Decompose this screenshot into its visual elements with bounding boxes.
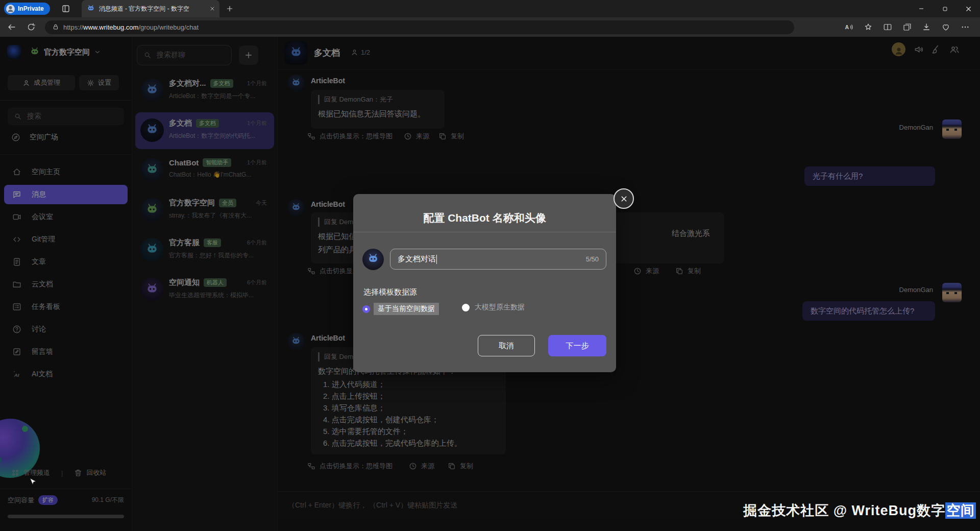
- cancel-button[interactable]: 取消: [478, 335, 535, 356]
- address-bar[interactable]: https://www.writebug.com/group/writebug/…: [45, 20, 794, 34]
- watermark-text: 掘金技术社区 @ WriteBug数字: [743, 503, 945, 518]
- radio-option-model-data[interactable]: 大模型原生数据: [462, 303, 525, 312]
- radio-unselected-icon[interactable]: [462, 304, 470, 311]
- next-step-button[interactable]: 下一步: [548, 335, 606, 356]
- tab-favicon-bot-icon: [87, 5, 95, 13]
- inprivate-label: InPrivate: [18, 5, 44, 12]
- browser-essentials-icon[interactable]: [941, 22, 950, 32]
- browser-toolbar: https://www.writebug.com/group/writebug/…: [0, 17, 980, 37]
- mouse-cursor: [29, 477, 37, 487]
- window-minimize-button[interactable]: [910, 0, 933, 17]
- chatbot-config-modal: 配置 ChatBot 名称和头像 多文档对话 5/50 选择模板数据源 基于当前…: [353, 194, 616, 372]
- modal-divider: [353, 232, 616, 232]
- radio-option-space-data[interactable]: 基于当前空间数据: [362, 303, 439, 315]
- close-icon: [620, 195, 628, 203]
- chatbot-avatar[interactable]: [362, 249, 384, 270]
- tab-close-icon[interactable]: [209, 6, 215, 12]
- window-maximize-button[interactable]: [933, 0, 957, 17]
- url-protocol: https://: [63, 23, 83, 31]
- tab-title: 消息频道 - 官方数字空间 - 数字空: [99, 5, 205, 13]
- screen: InPrivate 消息频道 - 官方数字空间 - 数字空 https://ww…: [0, 0, 980, 531]
- refresh-icon[interactable]: [27, 22, 36, 32]
- radio-option-label: 基于当前空间数据: [374, 303, 439, 315]
- url-domain: www.writebug.com: [83, 23, 138, 31]
- back-icon[interactable]: [7, 22, 16, 32]
- workspaces-icon[interactable]: [61, 4, 70, 13]
- browser-tab-bar: InPrivate 消息频道 - 官方数字空间 - 数字空: [0, 0, 980, 17]
- radio-option-label: 大模型原生数据: [475, 303, 525, 312]
- watermark-highlight: 空间: [945, 502, 976, 519]
- downloads-icon[interactable]: [922, 22, 931, 32]
- collections-icon[interactable]: [902, 22, 912, 32]
- split-screen-icon[interactable]: [883, 22, 892, 32]
- char-counter: 5/50: [586, 255, 599, 263]
- chatbot-name-input[interactable]: 多文档对话 5/50: [390, 249, 606, 270]
- new-tab-icon[interactable]: [226, 5, 234, 13]
- text-caret: [436, 255, 437, 264]
- chatbot-name-value: 多文档对话: [398, 254, 436, 264]
- window-close-button[interactable]: [957, 0, 980, 17]
- radio-selected-icon[interactable]: [362, 305, 370, 313]
- read-aloud-icon[interactable]: [844, 22, 853, 32]
- watermark: 掘金技术社区 @ WriteBug数字空间: [743, 501, 976, 520]
- datasource-section-label: 选择模板数据源: [363, 287, 417, 297]
- more-menu-icon[interactable]: [961, 22, 970, 32]
- lock-icon: [52, 23, 59, 31]
- inprivate-badge[interactable]: InPrivate: [4, 3, 50, 15]
- modal-close-button[interactable]: [614, 188, 634, 209]
- url-path: /group/writebug/chat: [138, 23, 199, 31]
- browser-tab-active[interactable]: 消息频道 - 官方数字空间 - 数字空: [82, 0, 219, 17]
- profile-avatar-icon: [6, 5, 15, 13]
- modal-title: 配置 ChatBot 名称和头像: [353, 211, 616, 225]
- favorite-star-icon[interactable]: [864, 22, 873, 32]
